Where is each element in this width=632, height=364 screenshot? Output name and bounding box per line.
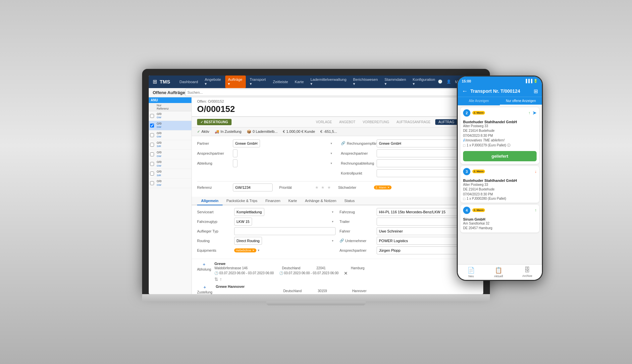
ansprechpartner-label: Ansprechpartner <box>197 151 230 155</box>
sub-header: Offene Aufträge <box>149 88 483 97</box>
list-item[interactable]: O/0GW <box>149 159 191 169</box>
search-input[interactable] <box>185 89 479 96</box>
delivered-button-1[interactable]: geliefert <box>463 151 537 161</box>
abteilung-select[interactable] <box>233 159 237 167</box>
zustellung-label: Zustellung <box>197 290 212 294</box>
abteilung-label: Abteilung <box>197 161 230 165</box>
phone-bottom-nav: 📄 Neu 📋 Aktuell 🗄 Archive <box>458 264 542 280</box>
nav-auftraege[interactable]: Aufträge ▾ <box>225 76 245 88</box>
phone-nav-neu[interactable]: 📄 Neu <box>467 267 475 278</box>
rechnungsabteilung-label: Rechnungsabteilung <box>341 161 374 165</box>
tms-app: ⊞ TMS Dashboard Angebote ▾ Aufträge ▾ Tr… <box>149 76 483 294</box>
workflow-anfrage[interactable]: AUFTRAGSANFRAGE <box>394 119 433 125</box>
tag-2mann[interactable]: 2. Mann ✕ <box>374 185 392 189</box>
delivery-country: Deutschland <box>283 289 316 293</box>
pickup-arrows-icon[interactable]: ⇅ <box>214 277 218 282</box>
service-section: Serviceart Komplettladung Fahrzeug <box>192 205 483 259</box>
delivery-direction-up-icon: ↑ <box>528 111 530 115</box>
nav-dashboard[interactable]: Dashboard <box>177 78 201 86</box>
workflow-vorlage[interactable]: VORLAGE <box>313 119 335 125</box>
list-item[interactable]: O/0GW <box>149 111 191 121</box>
list-checkbox[interactable] <box>150 124 154 128</box>
workflow-auftrag[interactable]: AUFTRAG <box>435 119 458 125</box>
navigate-icon[interactable]: ➤ <box>532 110 537 116</box>
phone-header: ← Transport Nr. T/000124 ⊞ <box>458 86 542 97</box>
phone-nav-aktuell[interactable]: 📋 Aktuell <box>494 267 503 278</box>
nav-stammdaten[interactable]: Stammdaten ▾ <box>382 76 409 88</box>
list-item[interactable]: O/0SIR <box>149 140 191 150</box>
status-zustellung: 🚚 In Zustellung <box>215 130 241 134</box>
nav-karte[interactable]: Karte <box>292 78 307 86</box>
pickup-swap-icon[interactable]: ↑ <box>220 277 222 282</box>
stop-badge-2mann-3: 2. Mann <box>472 208 485 212</box>
stop-address-3: Am Sandtorkai 32DE 20457 Hamburg <box>463 221 537 231</box>
sub-header-title: Offene Aufträge <box>153 90 185 95</box>
list-item[interactable]: O/0GW <box>149 150 191 159</box>
equipment-dropdown[interactable]: ▾ <box>258 248 259 252</box>
stop-pallet-2: □ 1 x PJ000280 (Euro Pallet) <box>463 197 537 201</box>
routing-label: Routing <box>197 239 230 243</box>
list-checkbox[interactable] <box>150 114 154 118</box>
nav-zeitleiste[interactable]: Zeitleiste <box>270 78 291 86</box>
nav-konfiguration[interactable]: Konfiguration ▾ <box>410 76 438 88</box>
list-item[interactable]: O/0GW <box>149 179 191 188</box>
nav-lademittel[interactable]: Lademittelverwaltung ▾ <box>308 76 349 88</box>
list-checkbox[interactable] <box>150 152 154 156</box>
nav-grid-icon[interactable]: ⊞ <box>153 78 157 85</box>
pickup-time2: 🕐 03.07.2023 06:00 - 03.07.2023 06:00 <box>279 271 339 275</box>
order-header-bar: Offen: O/000152 O/000152 <box>192 97 483 117</box>
phone-nav-archive[interactable]: 🗄 Archive <box>522 267 532 278</box>
equipments-label: Equipments <box>197 248 230 252</box>
partner-select[interactable]: Grewe GmbH <box>233 139 260 147</box>
service-row-1: Serviceart Komplettladung Fahrzeug <box>197 208 478 216</box>
list-checkbox[interactable] <box>150 181 154 185</box>
routing-select[interactable]: Direct Routing <box>234 237 262 245</box>
unternehmer-label: 🔗 Unternehmer <box>340 238 373 243</box>
phone-grid-icon[interactable]: ⊞ <box>534 88 538 94</box>
workflow-angebot[interactable]: ANGEBOT <box>337 119 358 125</box>
ansprechpartner-select[interactable] <box>233 149 237 157</box>
stop-badge-2mann-2: 2. Mann <box>472 170 485 173</box>
list-item[interactable]: O/0SIR <box>149 169 191 179</box>
tab-status[interactable]: Status <box>340 197 358 205</box>
nav-transport[interactable]: Transport ▾ <box>247 76 269 88</box>
nav-brand: TMS <box>160 79 170 84</box>
add-abholung-icon[interactable]: + <box>203 262 205 267</box>
auflieger-input[interactable] <box>234 227 336 235</box>
equipment-chip[interactable]: Hebebühne ✕ <box>234 248 256 252</box>
tab-alle-anzeigen[interactable]: Alle Anzeigen <box>458 97 500 105</box>
add-zustellung-icon[interactable]: + <box>203 285 206 290</box>
tab-finanzen[interactable]: Finanzen <box>261 197 284 205</box>
nav-clock-icon: 🕐 <box>438 79 443 84</box>
service-row-5: Equipments Hebebühne ✕ ▾ Ansprechpartner <box>197 246 478 254</box>
nav-items: Dashboard Angebote ▾ Aufträge ▾ Transpor… <box>177 76 438 88</box>
stop-header-3: 3 2. Mann ↓ <box>460 166 539 177</box>
list-item[interactable]: O/0GW <box>149 121 191 130</box>
phone-nav-neu-icon: 📄 <box>467 267 475 274</box>
referenz-input[interactable] <box>233 183 273 191</box>
list-checkbox[interactable] <box>150 143 154 147</box>
list-checkbox[interactable] <box>150 133 154 137</box>
pickup-delete-icon[interactable]: ✕ <box>344 271 348 276</box>
workflow-vorbereitung[interactable]: VORBEREITUNG <box>360 119 392 125</box>
link-icon-unternehmer[interactable]: 🔗 <box>340 238 344 243</box>
location-pickup: + Abholung Grewe Walddörferstrasse 146 D… <box>197 262 478 282</box>
nav-bericht[interactable]: Berichtswesen ▾ <box>350 76 381 88</box>
confirmation-button[interactable]: ✓ BESTÄTIGUNG <box>197 119 232 125</box>
tab-anhaenge[interactable]: Anhänge & Notizen <box>301 197 341 205</box>
serviceart-select[interactable]: Komplettladung <box>234 208 264 216</box>
nav-angebote[interactable]: Angebote ▾ <box>202 76 224 88</box>
tab-packstuecke[interactable]: Packstücke & Trips <box>223 197 262 205</box>
list-checkbox[interactable] <box>150 162 154 166</box>
tab-karte[interactable]: Karte <box>284 197 301 205</box>
stop-company-1: Buxtehuder Stahlhandel GmbH <box>463 120 537 124</box>
list-checkbox[interactable] <box>150 172 154 176</box>
link-icon-rechnungsempfaenger[interactable]: 🔗 <box>341 141 345 145</box>
list-item[interactable]: O/0GW <box>149 130 191 140</box>
fahrzeugtyp-select[interactable]: LKW 15 <box>234 218 252 226</box>
priority-stars[interactable]: ★ ★ ★ <box>315 185 332 190</box>
delivery-direction-down-icon: ↓ <box>535 169 537 174</box>
tab-allgemein[interactable]: Allgemein <box>197 197 223 205</box>
phone-back-button[interactable]: ← <box>462 88 468 95</box>
tab-offene-anzeigen[interactable]: Nur offene Anzeigen <box>500 97 542 105</box>
